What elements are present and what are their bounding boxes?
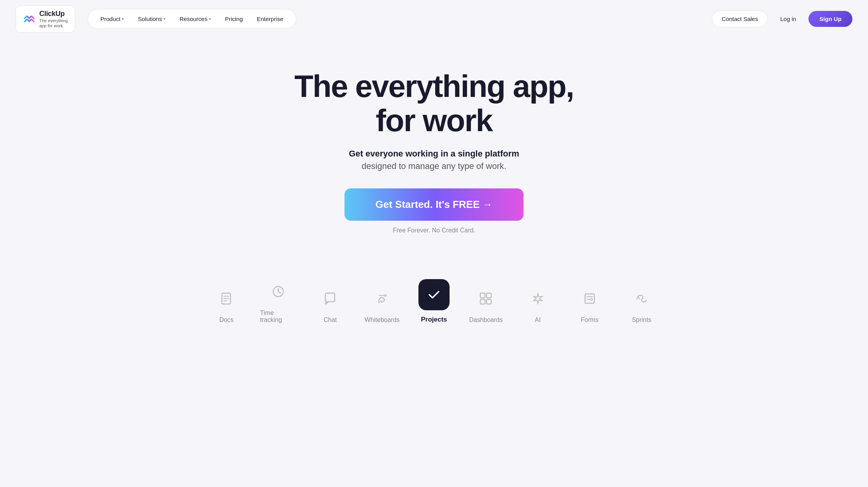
dashboards-icon-wrapper	[473, 286, 498, 311]
hero-note: Free Forever. No Credit Card.	[393, 227, 475, 234]
time-tracking-label: Time tracking	[260, 309, 296, 323]
forms-label: Forms	[581, 316, 598, 323]
forms-icon	[583, 292, 597, 306]
docs-label: Docs	[219, 316, 233, 323]
feature-docs[interactable]: Docs	[200, 280, 252, 330]
nav-item-product[interactable]: Product ▾	[94, 12, 130, 25]
forms-icon-wrapper	[577, 286, 602, 311]
feature-forms[interactable]: Forms	[564, 280, 615, 330]
feature-projects[interactable]: Projects	[408, 273, 460, 330]
whiteboard-icon	[375, 292, 389, 306]
hero-subtitle: Get everyone working in a single platfor…	[349, 149, 519, 159]
nav-item-pricing[interactable]: Pricing	[219, 12, 249, 25]
feature-ai[interactable]: AI	[512, 280, 564, 330]
signup-button[interactable]: Sign Up	[808, 11, 852, 27]
projects-label: Projects	[421, 316, 447, 323]
chat-label: Chat	[323, 316, 337, 323]
nav-label-enterprise: Enterprise	[257, 16, 283, 22]
svg-rect-13	[585, 294, 594, 303]
whiteboards-icon-wrapper	[370, 286, 395, 311]
nav-right: Contact Sales Log in Sign Up	[712, 11, 852, 27]
nav-item-resources[interactable]: Resources ▾	[173, 12, 217, 25]
nav-item-enterprise[interactable]: Enterprise	[251, 12, 290, 25]
nav-item-solutions[interactable]: Solutions ▾	[132, 12, 172, 25]
chat-icon-wrapper	[318, 286, 343, 311]
hero-subtitle2: designed to manage any type of work.	[362, 161, 506, 171]
nav-label-solutions: Solutions	[138, 16, 162, 22]
feature-whiteboards[interactable]: Whiteboards	[356, 280, 408, 330]
features-section: Docs Time tracking Chat	[0, 257, 868, 353]
logo[interactable]: ClickUp The everythingapp for work.	[16, 5, 75, 33]
svg-rect-10	[487, 293, 491, 298]
chat-icon	[323, 292, 337, 306]
whiteboards-label: Whiteboards	[365, 316, 400, 323]
chevron-down-icon: ▾	[163, 17, 165, 21]
logo-title: ClickUp	[39, 10, 68, 18]
nav-left: ClickUp The everythingapp for work. Prod…	[16, 5, 296, 33]
logo-subtitle: The everythingapp for work.	[39, 18, 68, 28]
time-tracking-icon-wrapper	[266, 279, 291, 304]
feature-time-tracking[interactable]: Time tracking	[252, 273, 304, 330]
sprints-icon-wrapper	[629, 286, 654, 311]
svg-rect-12	[487, 299, 491, 304]
feature-chat[interactable]: Chat	[304, 280, 356, 330]
nav-label-product: Product	[100, 16, 121, 22]
ai-icon-wrapper	[525, 286, 550, 311]
nav-label-pricing: Pricing	[225, 16, 243, 22]
cta-button[interactable]: Get Started. It's FREE →	[344, 188, 524, 221]
svg-rect-11	[480, 299, 485, 304]
svg-rect-9	[480, 293, 485, 298]
logo-text: ClickUp The everythingapp for work.	[39, 10, 68, 28]
hero-title: The everything app,for work	[294, 69, 574, 138]
svg-line-6	[278, 292, 281, 293]
sprints-label: Sprints	[632, 316, 651, 323]
navbar: ClickUp The everythingapp for work. Prod…	[0, 0, 868, 38]
sprints-icon	[634, 292, 648, 306]
svg-point-7	[385, 295, 386, 296]
hero-section: The everything app,for work Get everyone…	[0, 38, 868, 257]
login-button[interactable]: Log in	[772, 11, 804, 27]
features-row: Docs Time tracking Chat	[200, 273, 668, 330]
dashboard-icon	[479, 292, 493, 306]
projects-checkmark-icon	[426, 287, 442, 302]
chevron-down-icon: ▾	[122, 17, 124, 21]
docs-icon	[220, 292, 234, 306]
feature-dashboards[interactable]: Dashboards	[460, 280, 512, 330]
docs-icon-wrapper	[214, 286, 239, 311]
clock-icon	[271, 285, 285, 299]
projects-icon-wrapper	[418, 279, 450, 310]
clickup-logo-icon	[23, 13, 35, 25]
nav-label-resources: Resources	[179, 16, 207, 22]
chevron-down-icon: ▾	[209, 17, 211, 21]
nav-menu: Product ▾ Solutions ▾ Resources ▾ Pricin…	[88, 9, 296, 29]
sparkle-icon	[531, 292, 545, 306]
svg-rect-16	[591, 298, 592, 301]
feature-sprints[interactable]: Sprints	[616, 280, 668, 330]
dashboards-label: Dashboards	[469, 316, 503, 323]
contact-sales-button[interactable]: Contact Sales	[712, 11, 768, 27]
ai-label: AI	[535, 316, 541, 323]
